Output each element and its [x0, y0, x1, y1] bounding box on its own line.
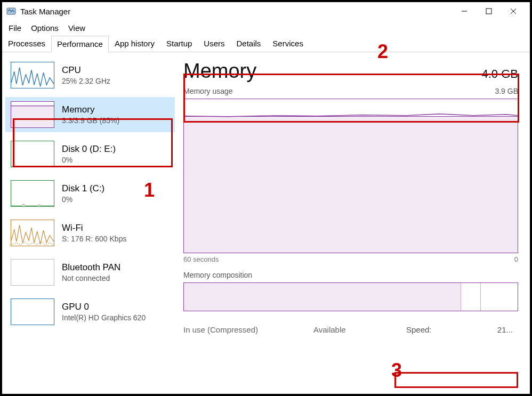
memory-thumb-icon — [11, 101, 54, 128]
tab-services[interactable]: Services — [267, 35, 309, 52]
total-memory: 4.0 GB — [482, 67, 518, 81]
axis-right-label: 0 — [514, 255, 518, 263]
tab-users[interactable]: Users — [198, 35, 230, 52]
gpu-thumb-icon — [11, 298, 54, 325]
close-button[interactable] — [501, 3, 526, 19]
perf-main-panel: Memory 4.0 GB Memory usage 3.9 GB 60 sec… — [178, 52, 530, 394]
stat-speed-label: Speed: — [406, 325, 432, 334]
taskmgr-icon — [6, 6, 16, 16]
sidebar-item-label: Disk 0 (D: E:) — [62, 144, 116, 155]
sidebar-item-bluetooth[interactable]: Bluetooth PAN Not connected — [5, 255, 175, 290]
menu-options[interactable]: Options — [27, 21, 63, 35]
sidebar-item-label: Disk 1 (C:) — [62, 183, 104, 194]
stats-row: In use (Compressed) Available Speed: 21.… — [183, 325, 518, 334]
chart-max: 3.9 GB — [495, 87, 518, 95]
sidebar-item-gpu0[interactable]: GPU 0 Intel(R) HD Graphics 620 — [5, 294, 175, 329]
svg-rect-2 — [486, 9, 491, 14]
chart-subtitle: Memory usage — [183, 87, 233, 95]
memory-usage-chart — [183, 99, 518, 253]
sidebar-item-label: Wi-Fi — [62, 223, 126, 233]
sidebar-item-memory[interactable]: Memory 3.3/3.9 GB (85%) — [5, 97, 175, 132]
composition-label: Memory composition — [183, 271, 518, 279]
cpu-thumb-icon — [11, 62, 54, 88]
sidebar-item-sub: S: 176 R: 600 Kbps — [62, 235, 126, 243]
tab-strip: Processes Performance App history Startu… — [2, 35, 530, 52]
window-title: Task Manager — [20, 7, 70, 16]
disk-thumb-icon — [11, 180, 54, 207]
sidebar-item-sub: 0% — [62, 195, 104, 204]
sidebar-item-label: CPU — [62, 65, 110, 76]
sidebar-item-label: Memory — [62, 104, 119, 115]
bluetooth-thumb-icon — [11, 259, 54, 286]
task-manager-window: 1 2 3 Task Manager File Options View Pro… — [0, 0, 532, 396]
sidebar-item-sub: Not connected — [62, 274, 120, 282]
axis-left-label: 60 seconds — [183, 255, 219, 263]
tab-startup[interactable]: Startup — [160, 35, 198, 52]
menu-view[interactable]: View — [64, 21, 90, 35]
sidebar-item-disk0[interactable]: Disk 0 (D: E:) 0% — [5, 136, 175, 172]
wifi-thumb-icon — [11, 220, 54, 246]
disk-thumb-icon — [11, 141, 54, 167]
sidebar-item-sub: Intel(R) HD Graphics 620 — [62, 313, 146, 322]
sidebar-item-sub: 25% 2.32 GHz — [62, 77, 110, 85]
sidebar-item-sub: 0% — [62, 156, 116, 164]
comp-seg-free — [481, 283, 518, 311]
comp-seg-modified — [461, 283, 481, 311]
titlebar: Task Manager — [2, 2, 530, 20]
stat-speed-value: 21... — [497, 325, 513, 334]
sidebar-item-disk1[interactable]: Disk 1 (C:) 0% — [5, 176, 175, 211]
menubar: File Options View — [2, 20, 530, 35]
sidebar-item-sub: 3.3/3.9 GB (85%) — [62, 116, 119, 125]
content-area: CPU 25% 2.32 GHz Memory 3.3/3.9 GB (85%) — [2, 52, 530, 394]
maximize-button[interactable] — [477, 3, 501, 19]
sidebar-item-cpu[interactable]: CPU 25% 2.32 GHz — [5, 58, 175, 93]
sidebar-item-wifi[interactable]: Wi-Fi S: 176 R: 600 Kbps — [5, 215, 175, 250]
tab-details[interactable]: Details — [231, 35, 267, 52]
svg-rect-5 — [11, 106, 54, 127]
stat-speed-row: Speed: 21... — [406, 325, 513, 334]
tab-performance[interactable]: Performance — [51, 36, 109, 52]
stat-available-label: Available — [313, 325, 393, 334]
minimize-button[interactable] — [452, 3, 477, 19]
sidebar-item-label: Bluetooth PAN — [62, 262, 120, 273]
tab-app-history[interactable]: App history — [109, 35, 160, 52]
memory-composition-bar — [183, 282, 518, 311]
menu-file[interactable]: File — [4, 21, 26, 35]
stat-inuse-label: In use (Compressed) — [183, 325, 301, 334]
tab-processes[interactable]: Processes — [2, 35, 51, 52]
perf-sidebar: CPU 25% 2.32 GHz Memory 3.3/3.9 GB (85%) — [2, 52, 178, 394]
comp-seg-inuse — [184, 283, 461, 311]
page-title: Memory — [183, 60, 256, 83]
sidebar-item-label: GPU 0 — [62, 302, 146, 312]
